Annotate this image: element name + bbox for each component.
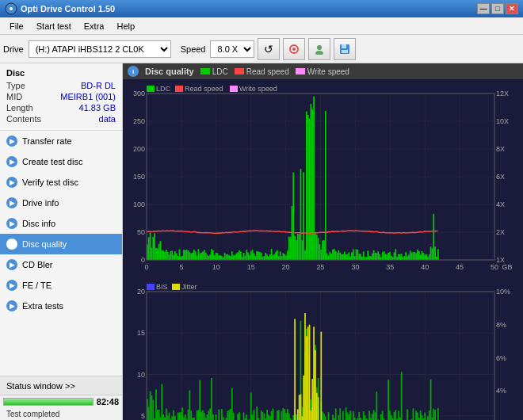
nav-verify-test-disc-label: Verify test disc (22, 178, 78, 187)
nav-cd-bler-label: CD Bler (22, 260, 53, 269)
svg-point-1 (10, 7, 13, 10)
charts-area (123, 79, 523, 420)
menu-extra[interactable]: Extra (78, 18, 111, 34)
chart-title: Disc quality (145, 67, 194, 76)
nav-disc-info[interactable]: ▶ Disc info (0, 213, 122, 234)
disc-length-value: 41.83 GB (79, 103, 116, 113)
chart-title-icon: i (128, 66, 139, 77)
nav-transfer-rate[interactable]: ▶ Transfer rate (0, 131, 122, 151)
disc-contents-label: Contents (6, 114, 41, 124)
legend-ldc-color (200, 68, 210, 74)
status-window-btn[interactable]: Status window >> (0, 376, 122, 395)
legend-read-speed-label: Read speed (246, 67, 289, 76)
disc-mid-value: MEIRB1 (001) (60, 92, 116, 101)
disc-contents-value: data (99, 114, 116, 124)
status-window-label: Status window >> (6, 381, 75, 391)
nav-drive-info[interactable]: ▶ Drive info (0, 193, 122, 213)
menu-bar: File Start test Extra Help (0, 17, 523, 35)
speed-label: Speed (181, 44, 206, 54)
disc-length-label: Length (6, 103, 33, 113)
legend-read-speed-color (235, 68, 244, 74)
top-chart (123, 79, 523, 277)
nav-extra-tests[interactable]: ▶ Extra tests (0, 296, 122, 316)
nav-verify-test-disc[interactable]: ▶ Verify test disc (0, 172, 122, 193)
nav-fe-te[interactable]: ▶ FE / TE (0, 275, 122, 296)
drive-select[interactable]: (H:) ATAPI iHBS112 2 CL0K (29, 40, 171, 58)
profile-btn[interactable] (308, 38, 330, 60)
create-test-disc-icon: ▶ (6, 156, 17, 167)
chart-header: i Disc quality LDC Read speed Write spee… (123, 63, 523, 79)
disc-quality-icon: ▶ (6, 239, 17, 250)
disc-mid-row: MID MEIRB1 (001) (6, 92, 116, 101)
nav-transfer-rate-label: Transfer rate (22, 136, 72, 146)
nav-cd-bler[interactable]: ▶ CD Bler (0, 254, 122, 275)
verify-test-disc-icon: ▶ (6, 177, 17, 188)
legend-write-speed-label: Write speed (307, 67, 349, 76)
svg-rect-8 (342, 50, 348, 53)
app-title: Opti Drive Control 1.50 (21, 4, 477, 13)
svg-point-3 (292, 48, 296, 51)
sidebar-progress-fill (4, 399, 93, 405)
content-area: i Disc quality LDC Read speed Write spee… (123, 63, 523, 420)
speed-select[interactable]: 8.0 X (210, 40, 254, 58)
nav-section: ▶ Transfer rate ▶ Create test disc ▶ Ver… (0, 131, 122, 376)
disc-length-row: Length 41.83 GB (6, 103, 116, 113)
menu-help[interactable]: Help (110, 18, 141, 34)
disc-type-row: Type BD-R DL (6, 81, 116, 90)
cd-bler-icon: ▶ (6, 259, 17, 270)
nav-create-test-disc[interactable]: ▶ Create test disc (0, 151, 122, 172)
app-icon (5, 2, 17, 15)
legend-read-speed: Read speed (235, 67, 289, 76)
svg-rect-7 (342, 44, 346, 48)
sidebar-progress-row: 82:48 (0, 395, 122, 408)
nav-drive-info-label: Drive info (22, 198, 59, 208)
refresh-btn[interactable]: ↺ (258, 38, 280, 60)
save-btn[interactable] (334, 38, 356, 60)
legend-write-speed-color (296, 68, 305, 74)
sidebar-time: 82:48 (97, 397, 119, 407)
sidebar-status-text: Test completed (0, 408, 122, 420)
disc-info-section: Disc Type BD-R DL MID MEIRB1 (001) Lengt… (0, 63, 122, 131)
nav-disc-info-label: Disc info (22, 219, 55, 228)
disc-info-icon: ▶ (6, 218, 17, 229)
fe-te-icon: ▶ (6, 280, 17, 291)
drive-label: Drive (3, 44, 24, 54)
title-bar: Opti Drive Control 1.50 — □ ✕ (0, 0, 523, 17)
legend-ldc-label: LDC (212, 67, 228, 76)
extra-tests-icon: ▶ (6, 300, 17, 311)
settings-btn[interactable] (283, 38, 305, 60)
nav-extra-tests-label: Extra tests (22, 301, 63, 311)
svg-point-4 (317, 45, 322, 50)
nav-disc-quality-label: Disc quality (22, 239, 67, 249)
close-btn[interactable]: ✕ (506, 3, 518, 14)
legend-write-speed: Write speed (296, 67, 349, 76)
sidebar-progress-bar (3, 398, 94, 406)
maximize-btn[interactable]: □ (491, 3, 504, 14)
drive-info-icon: ▶ (6, 197, 17, 208)
toolbar: Drive (H:) ATAPI iHBS112 2 CL0K Speed 8.… (0, 35, 523, 63)
menu-file[interactable]: File (3, 18, 30, 34)
sidebar-bottom: Status window >> 82:48 Test completed (0, 376, 122, 420)
disc-type-value: BD-R DL (81, 81, 116, 90)
minimize-btn[interactable]: — (477, 3, 490, 14)
transfer-rate-icon: ▶ (6, 136, 17, 147)
menu-start-test[interactable]: Start test (30, 18, 78, 34)
disc-mid-label: MID (6, 92, 22, 101)
main-layout: Disc Type BD-R DL MID MEIRB1 (001) Lengt… (0, 63, 523, 420)
legend-ldc: LDC (200, 67, 228, 76)
disc-contents-row: Contents data (6, 114, 116, 124)
nav-fe-te-label: FE / TE (22, 281, 52, 290)
window-controls: — □ ✕ (477, 3, 518, 14)
nav-create-test-disc-label: Create test disc (22, 157, 82, 166)
disc-section-title: Disc (6, 68, 116, 78)
sidebar: Disc Type BD-R DL MID MEIRB1 (001) Lengt… (0, 63, 123, 420)
bottom-chart (123, 277, 523, 420)
disc-type-label: Type (6, 81, 25, 90)
svg-point-5 (315, 51, 323, 55)
nav-disc-quality[interactable]: ▶ Disc quality (0, 234, 122, 254)
